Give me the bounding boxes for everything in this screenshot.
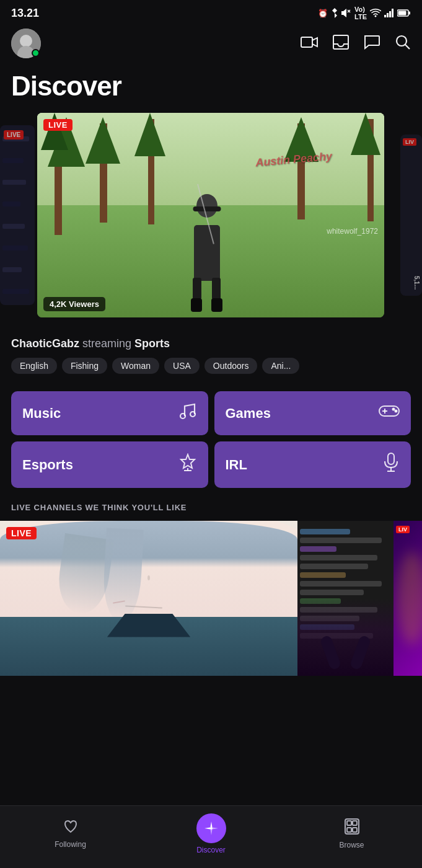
category-games-button[interactable]: Games bbox=[214, 391, 411, 435]
page-title: Discover bbox=[0, 66, 422, 113]
svg-point-21 bbox=[393, 409, 395, 410]
tag-fishing[interactable]: Fishing bbox=[62, 358, 107, 374]
svg-point-22 bbox=[395, 410, 397, 412]
stream-card-left-peek[interactable]: LIVE bbox=[0, 125, 35, 305]
category-esports-button[interactable]: Esports bbox=[11, 441, 208, 488]
svg-rect-32 bbox=[353, 821, 357, 825]
live-channel-chat[interactable] bbox=[297, 521, 393, 676]
category-grid: Music Games Esports bbox=[0, 391, 422, 488]
svg-rect-34 bbox=[353, 828, 357, 832]
mute-icon bbox=[341, 9, 351, 17]
status-icons: ⏰ Vo)LTE bbox=[318, 6, 411, 20]
tags-row: English Fishing Woman USA Outdoors Ani..… bbox=[11, 358, 411, 374]
stream-card-right-peek[interactable]: LIV 5,1... bbox=[400, 135, 422, 296]
svg-point-14 bbox=[397, 36, 407, 46]
anime-live-badge: LIVE bbox=[6, 527, 37, 539]
signal-icon bbox=[384, 9, 394, 17]
user-avatar[interactable] bbox=[11, 29, 41, 58]
svg-point-29 bbox=[210, 827, 213, 830]
live-badge: LIVE bbox=[43, 119, 73, 131]
streaming-text: streaming bbox=[82, 337, 134, 350]
svg-rect-8 bbox=[409, 12, 411, 15]
streamer-info: ChaoticGabz streaming Sports English Fis… bbox=[0, 329, 422, 391]
svg-rect-2 bbox=[384, 15, 386, 17]
inbox-icon[interactable] bbox=[333, 35, 349, 52]
stream-category: Sports bbox=[134, 337, 170, 350]
lte-icon: Vo)LTE bbox=[354, 6, 367, 20]
irl-icon bbox=[382, 453, 400, 477]
tag-outdoors[interactable]: Outdoors bbox=[204, 358, 258, 374]
nav-following[interactable]: Following bbox=[46, 819, 95, 849]
category-esports-label: Esports bbox=[22, 457, 73, 473]
svg-rect-25 bbox=[388, 453, 394, 464]
streamer-name: ChaoticGabz bbox=[11, 337, 79, 350]
right-live-badge: LIV bbox=[403, 138, 416, 146]
live-channels-row: LIVE bbox=[0, 521, 422, 676]
category-irl-label: IRL bbox=[226, 457, 247, 473]
tag-english[interactable]: English bbox=[11, 358, 57, 374]
nav-browse[interactable]: Browse bbox=[327, 818, 377, 849]
tag-usa[interactable]: USA bbox=[164, 358, 200, 374]
slot-live-badge: LIV bbox=[396, 526, 410, 533]
nav-discover-label: Discover bbox=[196, 846, 226, 854]
bluetooth-icon bbox=[331, 8, 338, 18]
music-icon bbox=[178, 402, 197, 424]
nav-action-icons bbox=[301, 34, 411, 53]
status-time: 13.21 bbox=[11, 7, 39, 20]
search-icon[interactable] bbox=[395, 34, 411, 53]
chat-icon[interactable] bbox=[364, 35, 380, 52]
nav-following-label: Following bbox=[55, 840, 86, 849]
right-viewers: 5,1... bbox=[413, 276, 420, 290]
live-channel-slot[interactable]: LIV bbox=[393, 521, 422, 676]
stream-card-main[interactable]: Austin Peachy LIVE 4,2K Viewers whitewol… bbox=[37, 113, 384, 317]
discover-button[interactable] bbox=[196, 813, 226, 843]
streamer-name-row: ChaoticGabz streaming Sports bbox=[11, 337, 411, 350]
heart-icon bbox=[63, 819, 79, 838]
nav-discover[interactable]: Discover bbox=[187, 813, 236, 854]
battery-icon bbox=[397, 9, 411, 17]
svg-point-10 bbox=[20, 35, 32, 47]
alarm-icon: ⏰ bbox=[318, 9, 328, 18]
tag-ani[interactable]: Ani... bbox=[262, 358, 299, 374]
games-icon bbox=[379, 403, 400, 423]
bottom-nav: Following Discover bbox=[0, 805, 422, 868]
live-channels-header: LIVE CHANNELS WE THINK YOU'LL LIKE bbox=[0, 503, 422, 521]
svg-rect-5 bbox=[392, 9, 393, 17]
live-channel-anime[interactable]: LIVE bbox=[0, 521, 297, 676]
online-indicator bbox=[32, 49, 40, 57]
svg-rect-7 bbox=[398, 11, 407, 16]
status-bar: 13.21 ⏰ Vo)LTE bbox=[0, 0, 422, 24]
svg-rect-3 bbox=[387, 13, 389, 17]
stream-carousel[interactable]: LIVE bbox=[0, 113, 422, 317]
nav-browse-label: Browse bbox=[339, 841, 364, 849]
category-games-label: Games bbox=[226, 405, 271, 422]
svg-rect-31 bbox=[347, 821, 351, 825]
browse-icon bbox=[345, 818, 359, 838]
category-irl-button[interactable]: IRL bbox=[214, 441, 411, 488]
stream-watermark: whitewolf_1972 bbox=[327, 227, 378, 236]
svg-rect-4 bbox=[389, 11, 391, 17]
tag-woman[interactable]: Woman bbox=[112, 358, 159, 374]
category-music-label: Music bbox=[22, 405, 61, 422]
top-nav bbox=[0, 24, 422, 66]
svg-rect-33 bbox=[347, 828, 351, 832]
wifi-icon bbox=[370, 9, 381, 17]
svg-line-15 bbox=[405, 45, 410, 49]
viewers-count: 4,2K Viewers bbox=[43, 297, 105, 311]
category-music-button[interactable]: Music bbox=[11, 391, 208, 435]
camera-icon[interactable] bbox=[301, 35, 318, 51]
svg-rect-12 bbox=[301, 37, 312, 47]
left-live-badge: LIVE bbox=[4, 130, 24, 140]
esports-icon bbox=[178, 453, 197, 476]
